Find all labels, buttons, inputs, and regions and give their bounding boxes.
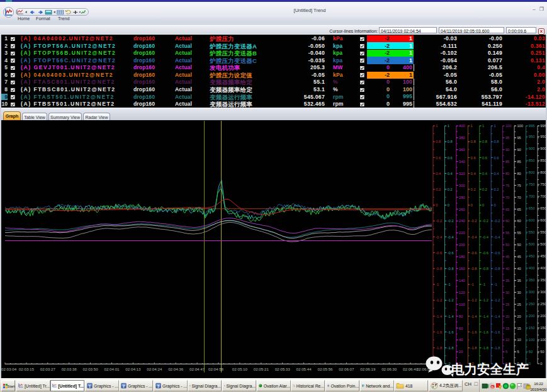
svg-text:-0.4: -0.4: [448, 235, 454, 239]
svg-text:-1.6: -1.6: [436, 330, 442, 334]
svg-text:1: 1: [448, 124, 449, 128]
svg-text:-0.6: -0.6: [494, 251, 500, 255]
svg-text:-1.6: -1.6: [494, 330, 500, 334]
svg-text:100: 100: [529, 338, 535, 342]
svg-text:-1.2: -1.2: [471, 298, 477, 302]
svg-text:0.6: 0.6: [436, 156, 441, 160]
svg-text:0: 0: [494, 203, 496, 207]
svg-text:360: 360: [459, 148, 465, 152]
svg-text:320: 320: [459, 172, 465, 176]
svg-text:120: 120: [459, 291, 465, 294]
svg-text:950: 950: [529, 135, 535, 138]
svg-text:65: 65: [505, 208, 509, 211]
svg-text:80: 80: [459, 315, 463, 318]
svg-text:50: 50: [517, 243, 521, 247]
svg-text:02:06:19: 02:06:19: [360, 367, 376, 371]
svg-text:55: 55: [517, 231, 521, 235]
svg-text:80: 80: [505, 172, 509, 176]
svg-text:0.4: 0.4: [448, 172, 453, 176]
svg-text:0: 0: [482, 203, 484, 207]
svg-text:-0.6: -0.6: [482, 251, 488, 255]
svg-text:500: 500: [529, 242, 535, 246]
svg-text:-1.8: -1.8: [482, 346, 488, 350]
svg-text:02:04:01: 02:04:01: [104, 367, 120, 371]
svg-text:5: 5: [517, 350, 519, 354]
svg-text:-0.8: -0.8: [482, 267, 488, 271]
svg-text:-0.2: -0.2: [436, 219, 442, 223]
svg-text:95: 95: [517, 136, 521, 140]
svg-text:0.6: 0.6: [448, 156, 453, 160]
svg-text:-0.8: -0.8: [436, 267, 442, 271]
svg-text:30: 30: [505, 291, 509, 294]
svg-text:-1: -1: [482, 283, 485, 286]
svg-text:150: 150: [529, 326, 535, 330]
svg-text:0.4: 0.4: [436, 172, 441, 176]
svg-text:0.8: 0.8: [448, 140, 453, 143]
svg-text:-1: -1: [436, 283, 439, 286]
svg-text:02:04:58: 02:04:58: [208, 367, 224, 371]
svg-text:60: 60: [459, 327, 463, 330]
svg-text:-1.4: -1.4: [448, 315, 454, 318]
svg-text:75: 75: [505, 184, 509, 188]
svg-text:-1.8: -1.8: [494, 346, 500, 350]
svg-text:20: 20: [517, 315, 521, 318]
svg-text:0: 0: [436, 203, 437, 207]
svg-text:240: 240: [459, 219, 465, 223]
svg-text:-1.4: -1.4: [436, 315, 443, 318]
svg-text:50: 50: [529, 350, 533, 354]
svg-text:90: 90: [517, 148, 521, 152]
svg-text:0.8: 0.8: [471, 140, 476, 143]
svg-text:02:03:27: 02:03:27: [40, 367, 56, 371]
svg-text:650: 650: [529, 206, 535, 210]
svg-text:400: 400: [529, 266, 535, 270]
svg-text:85: 85: [517, 160, 521, 164]
svg-text:1: 1: [89, 384, 91, 388]
svg-text:300: 300: [459, 184, 465, 188]
svg-text:140: 140: [459, 279, 465, 283]
svg-text:-1.2: -1.2: [448, 298, 454, 302]
svg-text:1: 1: [482, 124, 484, 128]
svg-text:-0.8: -0.8: [471, 267, 477, 271]
svg-text:800: 800: [529, 171, 535, 174]
svg-text:-0.6: -0.6: [471, 251, 477, 255]
svg-text:100: 100: [505, 124, 512, 128]
svg-text:90: 90: [505, 148, 509, 152]
svg-text:02:05:44: 02:05:44: [296, 367, 312, 371]
svg-text:200: 200: [459, 243, 465, 247]
svg-text:220: 220: [459, 231, 465, 235]
svg-text:60: 60: [505, 219, 509, 223]
svg-text:02:03:38: 02:03:38: [62, 367, 77, 371]
svg-text:20: 20: [505, 315, 509, 318]
svg-text:-1.8: -1.8: [436, 346, 442, 350]
svg-text:0.4: 0.4: [471, 172, 477, 176]
svg-text:900: 900: [529, 147, 535, 150]
svg-text:40: 40: [517, 267, 521, 271]
svg-text:65: 65: [517, 208, 521, 211]
svg-text:-0.8: -0.8: [448, 267, 454, 271]
svg-text:-0.6: -0.6: [436, 251, 442, 255]
svg-text:1: 1: [436, 124, 437, 128]
svg-text:850: 850: [529, 159, 535, 162]
svg-text:300: 300: [529, 290, 535, 294]
svg-text:250: 250: [529, 302, 535, 306]
svg-text:02:04:36: 02:04:36: [168, 367, 184, 371]
svg-text:380: 380: [459, 136, 465, 140]
svg-text:0: 0: [471, 203, 473, 207]
svg-text:5: 5: [505, 350, 507, 354]
svg-text:0.8: 0.8: [482, 140, 487, 143]
svg-text:85: 85: [505, 160, 509, 164]
svg-text:0.4: 0.4: [482, 172, 488, 176]
svg-text:400: 400: [459, 124, 465, 128]
svg-text:02:03:04: 02:03:04: [1, 367, 17, 371]
svg-text:02:04:47: 02:04:47: [189, 367, 205, 371]
svg-text:1: 1: [471, 124, 473, 128]
svg-text:02:05:33: 02:05:33: [275, 367, 291, 371]
svg-text:55: 55: [505, 231, 509, 235]
svg-text:-1.4: -1.4: [494, 315, 501, 318]
svg-text:-0.2: -0.2: [482, 219, 488, 223]
svg-text:-0.2: -0.2: [494, 219, 500, 223]
svg-text:35: 35: [505, 279, 509, 283]
svg-text:02:06:07: 02:06:07: [339, 367, 354, 371]
svg-text:02:04:13: 02:04:13: [125, 367, 141, 371]
svg-text:0.2: 0.2: [448, 188, 453, 191]
